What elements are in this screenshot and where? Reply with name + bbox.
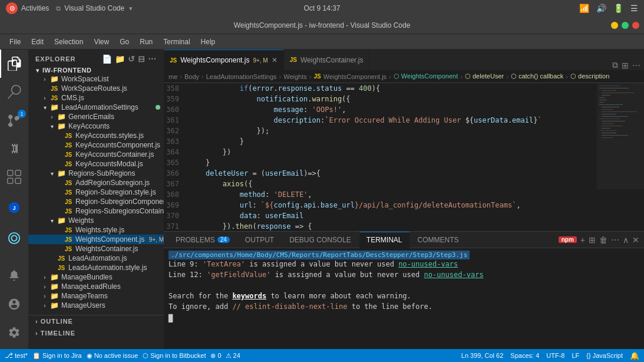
maximize-button[interactable] bbox=[622, 22, 629, 29]
split-editor-icon[interactable]: ⧉ bbox=[612, 60, 618, 70]
code-line-367: 367 axios({ bbox=[164, 179, 597, 189]
terminal-filepath: ./src/components/Home/Body/CMS/Reports/R… bbox=[169, 251, 470, 259]
status-spaces[interactable]: Spaces: 4 bbox=[510, 352, 539, 359]
menu-view[interactable]: View bbox=[89, 37, 114, 47]
activity-deploy[interactable] bbox=[0, 224, 28, 252]
tree-manageleadrules[interactable]: › 📁 ManageLeadRules bbox=[28, 282, 164, 291]
terminal-content[interactable]: ./src/components/Home/Body/CMS/Reports/R… bbox=[164, 248, 644, 349]
status-jira[interactable]: 📋 Sign in to Jira bbox=[32, 352, 82, 360]
menu-icon[interactable]: ☰ bbox=[630, 4, 638, 13]
tree-regions-container[interactable]: JS Regions-SubregionsContainer.js bbox=[28, 206, 164, 216]
menu-file[interactable]: File bbox=[5, 37, 25, 47]
tree-weights-folder[interactable]: ▾ 📁 Weights bbox=[28, 216, 164, 225]
tree-keyaccounts[interactable]: ▾ 📁 KeyAccounts bbox=[28, 121, 164, 131]
warning-link-2[interactable]: no-unused-vars bbox=[424, 271, 484, 279]
status-encoding[interactable]: UTF-8 bbox=[546, 352, 564, 359]
status-errors-warnings[interactable]: ⊗ 0 ⚠ 24 bbox=[210, 352, 240, 360]
tree-weights-style[interactable]: JS Weights.style.js bbox=[28, 225, 164, 235]
tab-weightscomponent[interactable]: JS WeightsComponent.js 9+, M ✕ bbox=[164, 50, 284, 70]
bitbucket-icon: ⬡ bbox=[143, 352, 148, 360]
tab-close-weightscomponent[interactable]: ✕ bbox=[272, 56, 278, 64]
tree-leadsautomation-style[interactable]: JS LeadsAutomation.style.js bbox=[28, 263, 164, 272]
tree-workspaceroutes[interactable]: JS WorkSpaceRoutes.js bbox=[28, 84, 164, 93]
status-no-active-issue[interactable]: ◉ No active issue bbox=[87, 352, 138, 360]
tree-weights-component[interactable]: JS WeightsComponent.js 9+, M bbox=[28, 235, 164, 244]
tree-keyaccounts-styles[interactable]: JS KeyAccounts.styles.js bbox=[28, 131, 164, 140]
tree-keyaccounts-modal[interactable]: JS KeyAccountsModal.js bbox=[28, 159, 164, 169]
menu-edit[interactable]: Edit bbox=[27, 37, 48, 47]
folder-icon-manageteams: 📁 bbox=[49, 292, 59, 300]
activity-jira[interactable]: J bbox=[0, 193, 28, 222]
minimap bbox=[597, 83, 644, 231]
panel-split-icon[interactable]: ⊞ bbox=[589, 235, 596, 245]
refresh-icon[interactable]: ↺ bbox=[128, 54, 136, 64]
dropdown-arrow-icon[interactable]: ▾ bbox=[129, 5, 133, 12]
status-git-branch[interactable]: ⎇ test* bbox=[5, 351, 28, 360]
minimize-button[interactable] bbox=[611, 22, 618, 29]
panel-up-icon[interactable]: ∧ bbox=[623, 235, 629, 245]
new-folder-icon[interactable]: 📁 bbox=[115, 54, 126, 64]
tree-leadauto-settings[interactable]: ▾ 📁 LeadAutomationSettings bbox=[28, 103, 164, 112]
warning-link-1[interactable]: no-unused-vars bbox=[398, 260, 458, 268]
tree-cms[interactable]: › JS CMS.js bbox=[28, 93, 164, 103]
tree-leadautomation[interactable]: JS LeadAutomation.js bbox=[28, 254, 164, 263]
panel-tab-comments[interactable]: COMMENTS bbox=[411, 232, 466, 248]
panel-close-icon[interactable]: ✕ bbox=[632, 235, 639, 245]
activity-extensions[interactable] bbox=[0, 163, 28, 191]
tree-genericemails[interactable]: › 📁 GenericEmails bbox=[28, 112, 164, 121]
close-button[interactable] bbox=[632, 22, 639, 29]
menu-go[interactable]: Go bbox=[115, 37, 134, 47]
status-notifications-bell[interactable]: 🔔 bbox=[630, 351, 639, 360]
status-bitbucket[interactable]: ⬡ Sign in to Bitbucket bbox=[143, 352, 206, 360]
timeline-section[interactable]: › TIMELINE bbox=[28, 327, 164, 339]
panel-tab-debugconsole[interactable]: DEBUG CONSOLE bbox=[282, 232, 358, 248]
panel-tab-terminal[interactable]: TERMINAL bbox=[359, 232, 409, 248]
panel-tab-output[interactable]: OUTPUT bbox=[238, 232, 281, 248]
activities-label[interactable]: Activities bbox=[21, 4, 49, 12]
tab-icon-weightscomponent: JS bbox=[170, 57, 177, 64]
panel-kill-icon[interactable]: 🗑 bbox=[599, 235, 607, 245]
status-position[interactable]: Ln 399, Col 62 bbox=[461, 352, 504, 359]
status-line-ending[interactable]: LF bbox=[572, 352, 579, 359]
activity-notifications[interactable] bbox=[0, 262, 28, 290]
activity-account[interactable] bbox=[0, 290, 28, 318]
more-actions-icon[interactable]: ⋯ bbox=[148, 54, 157, 64]
menu-selection[interactable]: Selection bbox=[49, 37, 88, 47]
new-file-icon[interactable]: 📄 bbox=[102, 54, 113, 64]
menu-help[interactable]: Help bbox=[196, 37, 220, 47]
panel-tab-problems[interactable]: PROBLEMS 24 bbox=[169, 232, 237, 248]
bell-icon: 🔔 bbox=[630, 351, 639, 360]
outline-section[interactable]: › OUTLINE bbox=[28, 315, 164, 327]
tree-regions-subregions[interactable]: ▾ 📁 Regions-SubRegions bbox=[28, 169, 164, 178]
root-folder[interactable]: ▾ IW-FRONTEND bbox=[28, 66, 164, 74]
tree-manageteams[interactable]: › 📁 ManageTeams bbox=[28, 291, 164, 301]
tree-weights-container[interactable]: JS WeightsContainer.js bbox=[28, 244, 164, 254]
activity-explorer[interactable] bbox=[0, 50, 28, 78]
tree-workspacelist[interactable]: › 📁 WorkSpaceList bbox=[28, 74, 164, 84]
panel-more-icon[interactable]: ⋯ bbox=[611, 235, 619, 245]
collapse-icon[interactable]: ⊟ bbox=[138, 54, 146, 64]
tab-weightscontainer[interactable]: JS WeightsContainer.js bbox=[284, 50, 370, 70]
activity-source-control[interactable]: 1 bbox=[0, 106, 28, 134]
status-language[interactable]: {} JavaScript bbox=[586, 352, 623, 359]
activity-run-debug[interactable] bbox=[0, 134, 28, 163]
terminal-ignore-line: To ignore, add // eslint-disable-next-li… bbox=[169, 301, 639, 312]
activity-settings[interactable] bbox=[0, 318, 28, 347]
breadcrumb-method: ⬡ deleteUser bbox=[465, 73, 504, 80]
more-actions-tab-icon[interactable]: ⋯ bbox=[632, 61, 640, 70]
menu-terminal[interactable]: Terminal bbox=[158, 37, 194, 47]
tree-manageusers[interactable]: › 📁 ManageUsers bbox=[28, 301, 164, 310]
editor-layout-icon[interactable]: ⊞ bbox=[622, 61, 629, 70]
tree-addregion[interactable]: JS AddRegionSubregion.js bbox=[28, 178, 164, 187]
code-editor[interactable]: 358 if(error.response.status == 400){ 35… bbox=[164, 83, 597, 231]
tree-region-style[interactable]: JS Region-Subregion.style.js bbox=[28, 187, 164, 197]
breadcrumb-filename: WeightsComponent.js bbox=[323, 73, 387, 80]
menu-run[interactable]: Run bbox=[135, 37, 157, 47]
tree-managebundles[interactable]: › 📁 ManageBundles bbox=[28, 272, 164, 282]
tree-region-component[interactable]: JS Region-SubregionComponent.js bbox=[28, 197, 164, 206]
js-icon-regionstyle: JS bbox=[64, 188, 73, 196]
activity-search[interactable] bbox=[0, 78, 28, 106]
tree-keyaccounts-container[interactable]: JS KeyAccountsContainer.js bbox=[28, 150, 164, 159]
tree-keyaccounts-component[interactable]: JS KeyAccountsComponent.js bbox=[28, 140, 164, 150]
panel-add-icon[interactable]: + bbox=[580, 235, 585, 245]
